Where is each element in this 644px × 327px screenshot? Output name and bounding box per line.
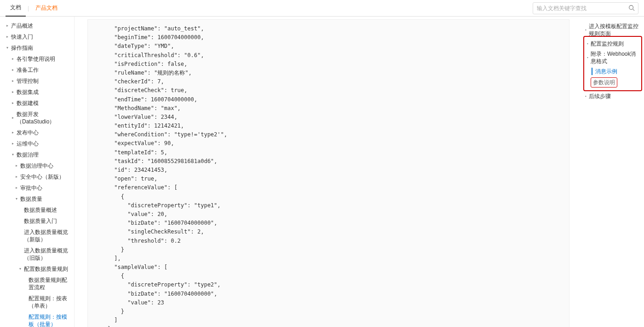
- outline-item[interactable]: 参数说明: [591, 77, 617, 88]
- outline-item-label: 配置监控规则: [591, 40, 624, 47]
- chevron-icon: ▸: [12, 88, 17, 96]
- sidebar-item-label: 数据集成: [17, 88, 39, 96]
- outline-item[interactable]: •进入按模板配置监控规则页面: [583, 21, 642, 39]
- sidebar-item[interactable]: 数据质量入门: [0, 216, 74, 227]
- chevron-icon: ▸: [12, 55, 17, 63]
- outline-item-label: 参数说明: [593, 79, 615, 86]
- outline-item-label: 进入按模板配置监控规则页面: [589, 23, 641, 37]
- outline-item[interactable]: •附录：Webhook消息格式: [585, 49, 640, 66]
- bullet-icon: •: [585, 26, 589, 34]
- chevron-icon: ▾: [19, 265, 24, 273]
- sidebar-item[interactable]: ▸快速入门: [0, 31, 74, 42]
- sidebar-item-label: 进入数据质量概览（新版）: [24, 228, 71, 243]
- sidebar-item[interactable]: 配置规则：按模板（批量）: [0, 311, 74, 327]
- sidebar-item[interactable]: 配置规则：按表（单表）: [0, 293, 74, 311]
- search-input[interactable]: [533, 2, 638, 14]
- sidebar-item-label: 配置规则：按表（单表）: [29, 295, 71, 309]
- outline-item[interactable]: •后续步骤: [583, 91, 642, 101]
- bullet-icon: •: [587, 54, 591, 61]
- sidebar-item-label: 操作指南: [11, 44, 33, 52]
- sidebar-item-label: 数据治理中心: [20, 162, 53, 169]
- chevron-icon: ▸: [12, 114, 17, 122]
- outline-item-label: 后续步骤: [589, 93, 611, 100]
- sidebar-item-label: 产品概述: [11, 22, 33, 29]
- chevron-icon: ▾: [6, 44, 11, 52]
- sidebar-item[interactable]: ▸各引擎使用说明: [0, 53, 74, 64]
- chevron-icon: ▾: [16, 195, 20, 203]
- sidebar-item-label: 数据质量规则配置流程: [29, 276, 71, 291]
- main-content[interactable]: "projectName": "auto_test", "beginTime":…: [75, 17, 580, 327]
- code-block: "projectName": "auto_test", "beginTime":…: [87, 19, 569, 327]
- svg-line-1: [633, 9, 635, 11]
- sidebar-item-label: 数据质量入门: [24, 217, 57, 225]
- sidebar-item[interactable]: ▸数据开发（DataStudio）: [0, 109, 74, 127]
- sidebar-item[interactable]: ▸产品概述: [0, 20, 74, 31]
- sidebar-item[interactable]: ▸数据集成: [0, 87, 74, 98]
- chevron-icon: ▸: [16, 184, 20, 192]
- sidebar-item-label: 数据开发（DataStudio）: [17, 111, 71, 125]
- chevron-icon: ▸: [12, 129, 17, 136]
- sidebar-item-label: 发布中心: [17, 129, 39, 136]
- sidebar-item[interactable]: ▸数据治理中心: [0, 160, 74, 171]
- outline-item[interactable]: •配置监控规则: [585, 39, 640, 49]
- outline-item-label: 附录：Webhook消息格式: [591, 50, 639, 65]
- sidebar-item[interactable]: ▸审批中心: [0, 182, 74, 193]
- sidebar-item[interactable]: 进入数据质量概览（新版）: [0, 227, 74, 245]
- sidebar-item-label: 进入数据质量概览（旧版）: [24, 247, 71, 262]
- sidebar-item[interactable]: ▾操作指南: [0, 42, 74, 53]
- sidebar-item-label: 各引擎使用说明: [17, 55, 55, 63]
- chevron-icon: ▸: [6, 33, 11, 41]
- chevron-icon: ▸: [6, 22, 11, 29]
- sidebar-item-label: 数据治理: [17, 151, 39, 158]
- sidebar-item[interactable]: ▸数据建模: [0, 98, 74, 109]
- sidebar-item-label: 配置数据质量规则: [24, 265, 68, 273]
- sidebar-item-label: 数据建模: [17, 99, 39, 107]
- sidebar[interactable]: ▸产品概述▸快速入门▾操作指南▸各引擎使用说明▸准备工作▸管理控制▸数据集成▸数…: [0, 17, 75, 327]
- chevron-icon: ▸: [12, 66, 17, 74]
- svg-point-0: [629, 5, 633, 9]
- sidebar-item-label: 数据质量概述: [24, 206, 57, 214]
- chevron-icon: ▸: [12, 140, 17, 147]
- sidebar-item[interactable]: ▾数据治理: [0, 149, 74, 160]
- sidebar-item[interactable]: ▾数据质量: [0, 193, 74, 204]
- tab-doc[interactable]: 文档: [6, 0, 26, 17]
- chevron-icon: ▸: [12, 77, 17, 85]
- chevron-icon: ▾: [12, 151, 17, 158]
- search-icon[interactable]: [628, 5, 635, 11]
- sidebar-item[interactable]: ▾配置数据质量规则: [0, 263, 74, 274]
- sidebar-item-label: 运维中心: [17, 140, 39, 147]
- sidebar-item-label: 安全中心（新版）: [20, 173, 64, 181]
- sidebar-item[interactable]: 数据质量概述: [0, 204, 74, 216]
- sidebar-item[interactable]: 进入数据质量概览（旧版）: [0, 245, 74, 263]
- sidebar-item-label: 审批中心: [20, 184, 42, 192]
- sidebar-item[interactable]: ▸安全中心（新版）: [0, 171, 74, 182]
- chevron-icon: ▸: [16, 173, 20, 181]
- chevron-icon: ▸: [12, 99, 17, 107]
- sidebar-item[interactable]: ▸管理控制: [0, 76, 74, 87]
- sidebar-item-label: 准备工作: [17, 66, 39, 74]
- sidebar-item[interactable]: ▸准备工作: [0, 64, 74, 76]
- sidebar-item[interactable]: ▸运维中心: [0, 138, 74, 149]
- sidebar-item-label: 配置规则：按模板（批量）: [29, 313, 71, 327]
- outline-highlight-box: •配置监控规则•附录：Webhook消息格式消息示例参数说明: [583, 36, 642, 91]
- chevron-icon: ▸: [16, 162, 20, 169]
- sidebar-item-label: 数据质量: [20, 195, 42, 203]
- outline-item-label: 消息示例: [592, 68, 617, 75]
- search-wrap: [533, 2, 638, 14]
- tab-product-doc[interactable]: 产品文档: [31, 0, 62, 17]
- sidebar-item-label: 管理控制: [17, 77, 39, 85]
- sidebar-item[interactable]: 数据质量规则配置流程: [0, 274, 74, 293]
- tab-separator: |: [28, 5, 29, 12]
- bullet-icon: •: [585, 93, 589, 100]
- outline-item[interactable]: 消息示例: [585, 66, 640, 76]
- bullet-icon: •: [587, 40, 591, 47]
- sidebar-item[interactable]: ▸发布中心: [0, 127, 74, 138]
- outline: •进入按模板配置监控规则页面•配置监控规则•附录：Webhook消息格式消息示例…: [580, 17, 644, 327]
- sidebar-item-label: 快速入门: [11, 33, 33, 41]
- topbar: 文档 | 产品文档: [0, 0, 644, 17]
